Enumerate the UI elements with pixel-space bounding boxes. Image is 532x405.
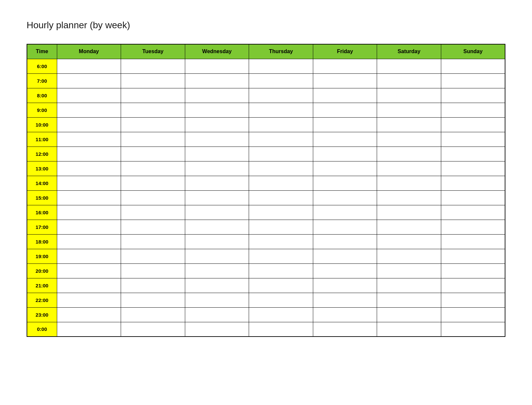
day-cell[interactable] (57, 73, 121, 88)
day-cell[interactable] (313, 263, 377, 278)
day-cell[interactable] (57, 132, 121, 147)
day-cell[interactable] (185, 161, 249, 176)
day-cell[interactable] (313, 88, 377, 103)
day-cell[interactable] (249, 220, 313, 234)
day-cell[interactable] (185, 307, 249, 322)
day-cell[interactable] (313, 103, 377, 117)
day-cell[interactable] (121, 249, 185, 263)
day-cell[interactable] (121, 88, 185, 103)
day-cell[interactable] (377, 59, 441, 73)
day-cell[interactable] (249, 293, 313, 307)
day-cell[interactable] (441, 117, 505, 132)
day-cell[interactable] (57, 117, 121, 132)
day-cell[interactable] (441, 132, 505, 147)
day-cell[interactable] (185, 234, 249, 249)
day-cell[interactable] (249, 88, 313, 103)
day-cell[interactable] (313, 73, 377, 88)
day-cell[interactable] (185, 263, 249, 278)
day-cell[interactable] (377, 322, 441, 337)
day-cell[interactable] (313, 147, 377, 161)
day-cell[interactable] (377, 278, 441, 293)
day-cell[interactable] (441, 278, 505, 293)
day-cell[interactable] (441, 73, 505, 88)
day-cell[interactable] (185, 147, 249, 161)
day-cell[interactable] (441, 147, 505, 161)
day-cell[interactable] (249, 249, 313, 263)
day-cell[interactable] (249, 307, 313, 322)
day-cell[interactable] (313, 132, 377, 147)
day-cell[interactable] (377, 147, 441, 161)
day-cell[interactable] (377, 73, 441, 88)
day-cell[interactable] (185, 322, 249, 337)
day-cell[interactable] (249, 147, 313, 161)
day-cell[interactable] (313, 59, 377, 73)
day-cell[interactable] (377, 190, 441, 205)
day-cell[interactable] (121, 190, 185, 205)
day-cell[interactable] (249, 103, 313, 117)
day-cell[interactable] (313, 190, 377, 205)
day-cell[interactable] (57, 176, 121, 190)
day-cell[interactable] (121, 322, 185, 337)
day-cell[interactable] (249, 59, 313, 73)
day-cell[interactable] (57, 249, 121, 263)
day-cell[interactable] (249, 278, 313, 293)
day-cell[interactable] (185, 176, 249, 190)
day-cell[interactable] (249, 117, 313, 132)
day-cell[interactable] (377, 205, 441, 220)
day-cell[interactable] (377, 220, 441, 234)
day-cell[interactable] (185, 249, 249, 263)
day-cell[interactable] (377, 132, 441, 147)
day-cell[interactable] (121, 117, 185, 132)
day-cell[interactable] (185, 88, 249, 103)
day-cell[interactable] (57, 190, 121, 205)
day-cell[interactable] (377, 176, 441, 190)
day-cell[interactable] (57, 161, 121, 176)
day-cell[interactable] (185, 205, 249, 220)
day-cell[interactable] (441, 263, 505, 278)
day-cell[interactable] (441, 234, 505, 249)
day-cell[interactable] (441, 176, 505, 190)
day-cell[interactable] (377, 88, 441, 103)
day-cell[interactable] (185, 293, 249, 307)
day-cell[interactable] (441, 249, 505, 263)
day-cell[interactable] (57, 263, 121, 278)
day-cell[interactable] (441, 293, 505, 307)
day-cell[interactable] (249, 234, 313, 249)
day-cell[interactable] (313, 249, 377, 263)
day-cell[interactable] (57, 234, 121, 249)
day-cell[interactable] (185, 278, 249, 293)
day-cell[interactable] (185, 117, 249, 132)
day-cell[interactable] (121, 205, 185, 220)
day-cell[interactable] (249, 322, 313, 337)
day-cell[interactable] (185, 220, 249, 234)
day-cell[interactable] (185, 73, 249, 88)
day-cell[interactable] (441, 103, 505, 117)
day-cell[interactable] (249, 176, 313, 190)
day-cell[interactable] (441, 307, 505, 322)
day-cell[interactable] (249, 73, 313, 88)
day-cell[interactable] (57, 307, 121, 322)
day-cell[interactable] (121, 263, 185, 278)
day-cell[interactable] (249, 132, 313, 147)
day-cell[interactable] (313, 220, 377, 234)
day-cell[interactable] (249, 263, 313, 278)
day-cell[interactable] (377, 161, 441, 176)
day-cell[interactable] (313, 161, 377, 176)
day-cell[interactable] (377, 117, 441, 132)
day-cell[interactable] (441, 161, 505, 176)
day-cell[interactable] (121, 176, 185, 190)
day-cell[interactable] (121, 220, 185, 234)
day-cell[interactable] (441, 205, 505, 220)
day-cell[interactable] (377, 234, 441, 249)
day-cell[interactable] (121, 59, 185, 73)
day-cell[interactable] (121, 161, 185, 176)
day-cell[interactable] (313, 293, 377, 307)
day-cell[interactable] (441, 59, 505, 73)
day-cell[interactable] (441, 88, 505, 103)
day-cell[interactable] (57, 293, 121, 307)
day-cell[interactable] (313, 205, 377, 220)
day-cell[interactable] (185, 190, 249, 205)
day-cell[interactable] (377, 307, 441, 322)
day-cell[interactable] (57, 88, 121, 103)
day-cell[interactable] (121, 307, 185, 322)
